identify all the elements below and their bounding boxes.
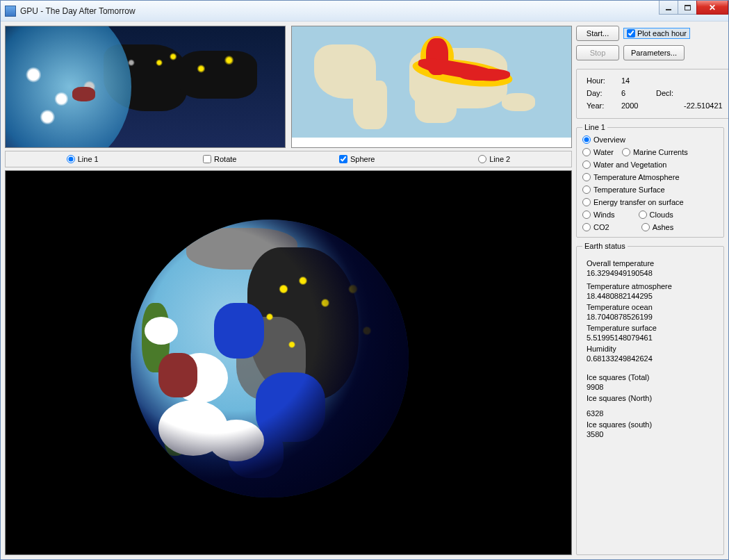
plot-each-hour-check[interactable]: Plot each hour bbox=[623, 28, 690, 39]
preview-maps-row bbox=[5, 26, 572, 148]
day-label: Day: bbox=[587, 89, 621, 97]
view-line1-label: Line 1 bbox=[78, 155, 99, 163]
hour-label: Hour: bbox=[587, 76, 621, 85]
temp-atm-label: Temperature atmosphere bbox=[587, 282, 714, 290]
stop-button[interactable]: Stop bbox=[576, 45, 619, 60]
globe-viewport[interactable] bbox=[5, 170, 572, 555]
radio-co2[interactable]: CO2 bbox=[582, 223, 609, 231]
view-line2-radio[interactable]: Line 2 bbox=[426, 155, 564, 163]
radio-ashes[interactable]: Ashes bbox=[641, 223, 674, 231]
humidity-value: 0.68133249842624 bbox=[587, 354, 714, 363]
control-row-1: Start... Plot each hour bbox=[576, 26, 724, 41]
temp-ocean-value: 18.7040878526199 bbox=[587, 313, 714, 321]
ice-south-label: Ice squares (south) bbox=[587, 420, 714, 429]
ice-south-value: 3580 bbox=[587, 430, 714, 438]
temp-surface-label: Temperature surface bbox=[587, 324, 714, 332]
radio-water-vegetation[interactable]: Water and Vegetation bbox=[582, 160, 718, 169]
line1-group: Line 1 Overview Water Marine Currents Wa… bbox=[576, 123, 724, 238]
sidebar: Start... Plot each hour Stop Parameters.… bbox=[576, 26, 724, 555]
humidity-label: Humidity bbox=[587, 345, 714, 353]
radio-temp-surface[interactable]: Temperature Surface bbox=[582, 186, 718, 194]
decl-value: -22.510421 bbox=[684, 101, 723, 110]
temp-ocean-label: Temperature ocean bbox=[587, 303, 714, 311]
radio-marine-currents[interactable]: Marine Currents bbox=[622, 148, 688, 156]
radio-clouds[interactable]: Clouds bbox=[639, 211, 673, 219]
view-sphere-check[interactable]: Sphere bbox=[288, 155, 426, 163]
earth-status-group: Earth status Overall temperature 16.3294… bbox=[576, 242, 724, 555]
overall-temp-label: Overall temperature bbox=[587, 259, 714, 267]
line1-legend: Line 1 bbox=[582, 123, 607, 131]
view-sphere-label: Sphere bbox=[350, 155, 375, 163]
year-label: Year: bbox=[587, 101, 621, 110]
maximize-button[interactable] bbox=[678, 1, 697, 15]
day-value: 6 bbox=[621, 89, 656, 97]
radio-energy-transfer[interactable]: Energy transfer on surface bbox=[582, 198, 718, 206]
hour-value: 14 bbox=[621, 76, 656, 85]
view-line1-radio[interactable]: Line 1 bbox=[14, 155, 151, 163]
ice-total-label: Ice squares (Total) bbox=[587, 373, 714, 381]
year-value: 2000 bbox=[621, 101, 656, 110]
client-area: Line 1 Rotate Sphere Line 2 bbox=[1, 22, 728, 559]
ice-north-value: 6328 bbox=[587, 409, 714, 418]
app-icon bbox=[5, 6, 16, 17]
app-window: GPU - The Day After Tomorrow ✕ bbox=[0, 0, 729, 560]
control-row-2: Stop Parameters... bbox=[576, 45, 724, 60]
close-button[interactable]: ✕ bbox=[696, 1, 728, 15]
temp-surface-value: 5.51995148079461 bbox=[587, 333, 714, 342]
time-panel: Hour: 14 Day: 6 Decl: Year: 2000 -22.510… bbox=[576, 69, 728, 119]
window-title: GPU - The Day After Tomorrow bbox=[20, 6, 136, 16]
plot-each-hour-label: Plot each hour bbox=[637, 29, 687, 38]
view-options-bar: Line 1 Rotate Sphere Line 2 bbox=[5, 151, 572, 167]
parameters-button[interactable]: Parameters... bbox=[623, 45, 685, 60]
titlebar[interactable]: GPU - The Day After Tomorrow ✕ bbox=[1, 1, 728, 22]
radio-winds[interactable]: Winds bbox=[582, 211, 615, 219]
radio-water[interactable]: Water bbox=[582, 148, 614, 156]
decl-label: Decl: bbox=[656, 89, 684, 97]
window-controls: ✕ bbox=[659, 1, 728, 15]
view-rotate-label: Rotate bbox=[214, 155, 236, 163]
radio-overview[interactable]: Overview bbox=[582, 135, 718, 144]
ice-total-value: 9908 bbox=[587, 383, 714, 391]
earth-status-legend: Earth status bbox=[582, 242, 628, 250]
globe-sphere bbox=[131, 220, 409, 497]
view-line2-label: Line 2 bbox=[489, 155, 510, 163]
map-line2-preview[interactable] bbox=[291, 26, 572, 148]
radio-temp-atmosphere[interactable]: Temperature Atmosphere bbox=[582, 173, 718, 181]
ice-north-label: Ice squares (North) bbox=[587, 394, 714, 402]
map-line1-preview[interactable] bbox=[5, 26, 286, 148]
start-button[interactable]: Start... bbox=[576, 26, 619, 41]
minimize-button[interactable] bbox=[659, 1, 678, 15]
overall-temp-value: 16.3294949190548 bbox=[587, 269, 714, 277]
temp-atm-value: 18.4480882144295 bbox=[587, 292, 714, 300]
view-rotate-check[interactable]: Rotate bbox=[151, 155, 289, 163]
